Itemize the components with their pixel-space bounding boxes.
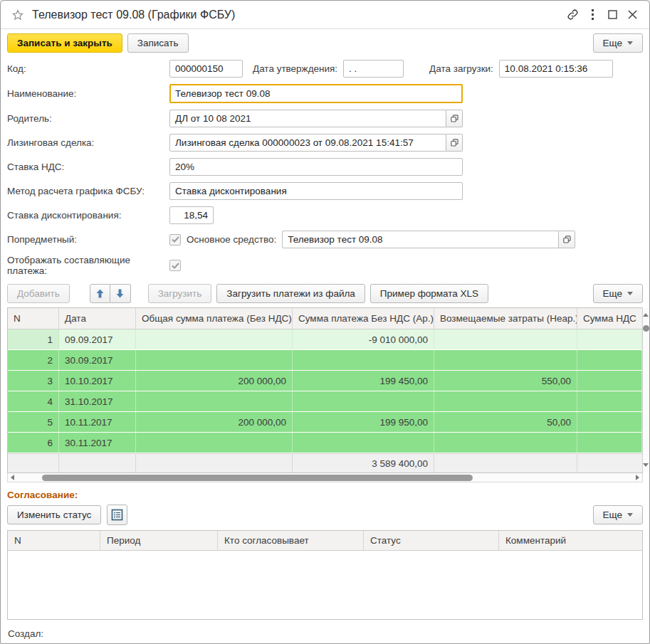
parent-open-picker-icon[interactable] <box>446 110 463 127</box>
move-down-button[interactable] <box>110 284 131 303</box>
scrollbar-thumb[interactable] <box>42 475 473 481</box>
cell-vat[interactable] <box>577 412 642 432</box>
load-from-file-button[interactable]: Загрузить платежи из файла <box>216 284 365 303</box>
table-row[interactable]: 4 31.10.2017 <box>8 391 642 412</box>
load-date-field[interactable]: 10.08.2021 0:15:36 <box>499 60 613 78</box>
discount-rate-field[interactable]: 18,54 <box>169 206 214 224</box>
cell-total[interactable] <box>136 329 293 349</box>
more-button-top[interactable]: Еще <box>593 33 643 53</box>
chevron-down-icon <box>627 41 633 45</box>
col-status[interactable]: Статус <box>364 531 499 550</box>
cell-net[interactable]: -9 010 000,00 <box>293 329 434 349</box>
cell-reimb[interactable]: 550,00 <box>434 371 577 391</box>
cell-total[interactable] <box>136 391 293 411</box>
cell-net[interactable]: 199 450,00 <box>293 371 434 391</box>
table-row[interactable]: 2 30.09.2017 <box>8 350 642 371</box>
cell-reimb[interactable] <box>434 350 577 370</box>
fixed-asset-field[interactable]: Телевизор тест 09.08 <box>282 231 559 248</box>
change-status-button[interactable]: Изменить статус <box>7 505 101 524</box>
parent-field[interactable]: ДЛ от 10 08 2021 <box>169 110 446 127</box>
cell-vat[interactable] <box>577 350 642 370</box>
cell-vat[interactable] <box>577 329 642 349</box>
favorite-star-icon[interactable] <box>9 6 26 23</box>
leasing-deal-field[interactable]: Лизинговая сделка 000000023 от 09.08.202… <box>169 134 446 152</box>
cell-reimb[interactable]: 50,00 <box>434 412 577 432</box>
approval-more-button[interactable]: Еще <box>593 505 643 524</box>
col-period[interactable]: Период <box>100 531 218 550</box>
cell-total[interactable] <box>136 350 293 370</box>
cell-total[interactable]: 200 000,00 <box>136 371 293 391</box>
cell-n[interactable]: 4 <box>8 391 59 411</box>
table-row[interactable]: 3 10.10.2017 200 000,00 199 450,00 550,0… <box>8 371 642 391</box>
kebab-menu-icon[interactable] <box>582 6 602 24</box>
col-reimb[interactable]: Возмещаемые затраты (Неар.) <box>434 308 577 329</box>
cell-net[interactable] <box>293 350 434 370</box>
col-net[interactable]: Сумма платежа Без НДС (Ар.) <box>293 308 434 329</box>
cell-net[interactable] <box>293 391 434 411</box>
cell-net[interactable] <box>293 433 434 453</box>
horizontal-scrollbar[interactable] <box>7 473 643 482</box>
col-vat[interactable]: Сумма НДС <box>577 308 642 329</box>
cell-date[interactable]: 09.09.2017 <box>59 329 136 349</box>
col-total[interactable]: Общая сумма платежа (Без НДС) <box>136 308 293 329</box>
payments-header-row: N Дата Общая сумма платежа (Без НДС) Сум… <box>8 308 642 329</box>
cell-net[interactable]: 199 950,00 <box>293 412 434 432</box>
leasing-deal-open-picker-icon[interactable] <box>446 134 463 152</box>
cell-vat[interactable] <box>577 391 642 411</box>
cell-vat[interactable] <box>577 371 642 391</box>
add-row-button[interactable]: Добавить <box>7 284 70 303</box>
link-icon[interactable] <box>562 6 582 24</box>
cell-total[interactable] <box>136 433 293 453</box>
approval-date-field[interactable]: . . <box>343 60 404 78</box>
scrollbar-thumb[interactable] <box>643 325 649 332</box>
table-row[interactable]: 1 09.09.2017 -9 010 000,00 <box>8 329 642 350</box>
save-button[interactable]: Записать <box>127 33 189 53</box>
cell-n[interactable]: 6 <box>8 433 59 453</box>
vertical-scrollbar[interactable] <box>642 308 649 473</box>
col-n[interactable]: N <box>8 531 100 550</box>
approval-table-body[interactable] <box>8 551 642 619</box>
cell-vat[interactable] <box>577 433 642 453</box>
xls-example-button[interactable]: Пример формата XLS <box>370 284 488 303</box>
cell-date[interactable]: 31.10.2017 <box>59 391 136 411</box>
cell-date[interactable]: 30.11.2017 <box>59 433 136 453</box>
vat-rate-field[interactable]: 20% <box>169 158 463 176</box>
table-row[interactable]: 5 10.11.2017 200 000,00 199 950,00 50,00 <box>8 412 642 433</box>
col-comment[interactable]: Комментарий <box>499 531 642 550</box>
cell-n[interactable]: 5 <box>8 412 59 432</box>
cell-n[interactable]: 2 <box>8 350 59 370</box>
code-field[interactable]: 000000150 <box>169 60 243 78</box>
scroll-left-icon[interactable] <box>11 475 14 480</box>
col-approver[interactable]: Кто согласовывает <box>218 531 364 550</box>
maximize-icon[interactable] <box>602 6 622 24</box>
vat-rate-label: Ставка НДС: <box>7 162 169 172</box>
cell-date[interactable]: 10.10.2017 <box>59 371 136 391</box>
calc-method-field[interactable]: Ставка дисконтирования <box>169 182 463 200</box>
scroll-down-icon[interactable] <box>643 463 649 467</box>
scroll-up-icon[interactable] <box>643 313 649 317</box>
col-n[interactable]: N <box>8 308 59 329</box>
cell-n[interactable]: 1 <box>8 329 59 349</box>
cell-date[interactable]: 30.09.2017 <box>59 350 136 370</box>
load-button[interactable]: Загрузить <box>148 284 212 303</box>
col-date[interactable]: Дата <box>59 308 136 329</box>
per-item-checkbox[interactable] <box>169 234 181 246</box>
save-and-close-button[interactable]: Записать и закрыть <box>7 33 122 53</box>
name-field[interactable]: Телевизор тест 09.08 <box>169 84 463 103</box>
approval-table: N Период Кто согласовывает Статус Коммен… <box>7 530 643 620</box>
cell-date[interactable]: 10.11.2017 <box>59 412 136 432</box>
close-icon[interactable] <box>622 6 642 24</box>
cell-total[interactable]: 200 000,00 <box>136 412 293 432</box>
scroll-right-icon[interactable] <box>636 475 639 480</box>
move-up-button[interactable] <box>90 284 110 303</box>
show-components-checkbox[interactable] <box>169 260 181 271</box>
cell-reimb[interactable] <box>434 391 577 411</box>
fixed-asset-open-picker-icon[interactable] <box>559 231 575 248</box>
approval-list-button[interactable] <box>107 505 127 525</box>
payments-more-button[interactable]: Еще <box>593 284 643 303</box>
table-row[interactable]: 6 30.11.2017 <box>8 433 642 453</box>
parent-label: Родитель: <box>7 113 169 124</box>
cell-reimb[interactable] <box>434 329 577 349</box>
cell-n[interactable]: 3 <box>8 371 59 391</box>
cell-reimb[interactable] <box>434 433 577 453</box>
